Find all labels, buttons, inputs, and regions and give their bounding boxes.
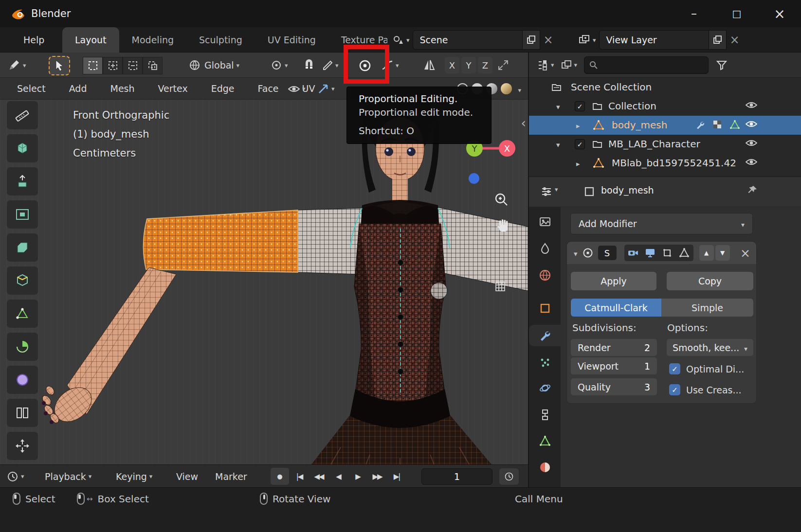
mirror-z-button[interactable]: Z — [478, 57, 492, 73]
use-creases-checkbox[interactable]: Use Creas... — [669, 384, 742, 395]
bevel-tool-icon[interactable] — [7, 233, 38, 262]
zoom-icon[interactable] — [496, 194, 507, 205]
display-cage-icon[interactable] — [676, 246, 692, 260]
smooth-tool-icon[interactable] — [7, 366, 38, 394]
unlink-scene-button[interactable] — [540, 30, 557, 50]
snap-settings-dropdown[interactable] — [322, 53, 339, 78]
visibility-eye-icon[interactable] — [746, 101, 757, 109]
record-button[interactable]: ● — [271, 468, 289, 485]
add-cube-tool-icon[interactable] — [7, 134, 38, 162]
disclosure-icon[interactable] — [556, 139, 560, 149]
gizmos-dropdown[interactable] — [317, 78, 335, 100]
modifiers-tab[interactable] — [529, 325, 561, 346]
pin-icon[interactable] — [747, 185, 758, 195]
move-modifier-down-button[interactable] — [715, 245, 730, 261]
snap-toggle[interactable] — [303, 53, 315, 78]
data-tab[interactable] — [534, 430, 556, 452]
gizmo-z-axis[interactable] — [469, 173, 479, 184]
outliner-row-scene-collection[interactable]: Scene Collection — [529, 78, 801, 97]
active-tool-tweak[interactable] — [49, 56, 70, 75]
scene-name-field[interactable]: Scene — [413, 30, 523, 50]
constraints-tab[interactable] — [534, 404, 556, 426]
pan-hand-icon[interactable] — [497, 219, 508, 231]
object-tab[interactable] — [534, 298, 556, 319]
render-subdivisions-field[interactable]: Render 2 — [571, 339, 657, 356]
current-frame-field[interactable]: 1 — [421, 468, 492, 485]
mirror-x-button[interactable]: X — [445, 57, 459, 73]
copy-button[interactable]: Copy — [667, 272, 753, 290]
next-keyframe-button[interactable]: ▶▶ — [368, 468, 386, 485]
play-button[interactable]: ▶ — [348, 468, 367, 485]
rip-region-tool-icon[interactable] — [7, 399, 38, 427]
render-tab[interactable] — [534, 211, 556, 232]
simple-button[interactable]: Simple — [661, 299, 753, 317]
expand-header-icon[interactable] — [497, 53, 509, 78]
edge-menu[interactable]: Edge — [201, 78, 245, 100]
rendered-shading-icon[interactable] — [501, 83, 512, 94]
vertex-menu[interactable]: Vertex — [148, 78, 198, 100]
tab-layout[interactable]: Layout — [62, 27, 119, 53]
physics-tab[interactable] — [534, 377, 556, 399]
loop-cut-tool-icon[interactable] — [7, 266, 38, 295]
close-button[interactable] — [758, 0, 801, 27]
shading-dropdown[interactable] — [515, 84, 521, 94]
remove-view-layer-button[interactable] — [727, 30, 743, 50]
maximize-button[interactable] — [715, 0, 758, 27]
visibility-eye-icon[interactable] — [746, 120, 757, 128]
visibility-eye-icon[interactable] — [746, 139, 757, 147]
inset-tool-icon[interactable] — [7, 200, 38, 229]
view-layer-field[interactable]: View Layer — [599, 30, 709, 50]
timeline-editor-dropdown[interactable] — [7, 465, 24, 488]
mesh-menu[interactable]: Mesh — [100, 78, 145, 100]
delete-modifier-button[interactable] — [740, 246, 750, 260]
select-menu[interactable]: Select — [7, 78, 56, 100]
world-tab[interactable] — [534, 265, 556, 286]
region-collapse-icon[interactable] — [521, 116, 526, 130]
viewport-3d[interactable]: Select Add Mesh Vertex Edge Face UV — [0, 78, 528, 464]
auto-keyframe-clock-button[interactable] — [499, 468, 519, 485]
collection-checkbox[interactable] — [575, 139, 585, 149]
jump-to-start-button[interactable]: |◀ — [290, 468, 309, 485]
outliner-row-collection[interactable]: Collection — [529, 97, 801, 116]
disclosure-icon[interactable] — [576, 158, 580, 168]
mirror-y-button[interactable]: Y — [461, 57, 476, 73]
uv-smooth-dropdown[interactable]: Smooth, kee... — [667, 339, 753, 356]
visibility-dropdown[interactable] — [288, 78, 306, 100]
face-menu[interactable]: Face — [248, 78, 289, 100]
outliner-row-mb-lab-character[interactable]: MB_LAB_Character — [529, 135, 801, 154]
new-view-layer-button[interactable] — [709, 30, 727, 50]
marker-menu[interactable]: Marker — [215, 465, 247, 488]
view-layer-icon[interactable] — [576, 30, 599, 50]
play-reverse-button[interactable]: ◀ — [329, 468, 347, 485]
select-extend-icon[interactable] — [103, 57, 123, 74]
jump-to-end-button[interactable]: ▶| — [387, 468, 406, 485]
measure-tool-icon[interactable] — [7, 101, 38, 129]
previous-keyframe-button[interactable]: ◀◀ — [309, 468, 328, 485]
outliner-row-body-mesh[interactable]: body_mesh — [529, 116, 801, 135]
select-intersect-icon[interactable] — [143, 57, 163, 74]
quality-field[interactable]: Quality 3 — [571, 378, 657, 395]
tab-uv-editing[interactable]: UV Editing — [255, 27, 328, 53]
modifier-name-field[interactable]: S — [598, 246, 617, 260]
outliner-search[interactable] — [584, 56, 709, 74]
tab-sculpting[interactable]: Sculpting — [186, 27, 255, 53]
display-render-icon[interactable] — [625, 246, 641, 260]
transform-orientation-dropdown[interactable]: Global — [189, 53, 239, 78]
particles-tab[interactable] — [534, 352, 556, 373]
minimize-button[interactable] — [673, 0, 715, 27]
new-scene-button[interactable] — [523, 30, 540, 50]
display-mode-dropdown[interactable] — [561, 60, 578, 71]
collection-checkbox[interactable] — [575, 101, 585, 111]
grid-toggle-icon[interactable] — [496, 282, 505, 291]
mode-selector[interactable] — [8, 53, 26, 78]
visibility-eye-icon[interactable] — [746, 158, 757, 166]
add-menu[interactable]: Add — [59, 78, 97, 100]
poly-build-tool-icon[interactable] — [7, 300, 38, 328]
spin-tool-icon[interactable] — [7, 333, 38, 361]
viewport-subdivisions-field[interactable]: Viewport 1 — [571, 357, 657, 374]
playback-menu[interactable]: Playback — [45, 465, 91, 488]
properties-editor-dropdown[interactable] — [541, 186, 558, 197]
filter-funnel-icon[interactable] — [716, 60, 727, 71]
help-menu[interactable]: Help — [11, 27, 57, 53]
scene-tab[interactable] — [534, 238, 556, 259]
